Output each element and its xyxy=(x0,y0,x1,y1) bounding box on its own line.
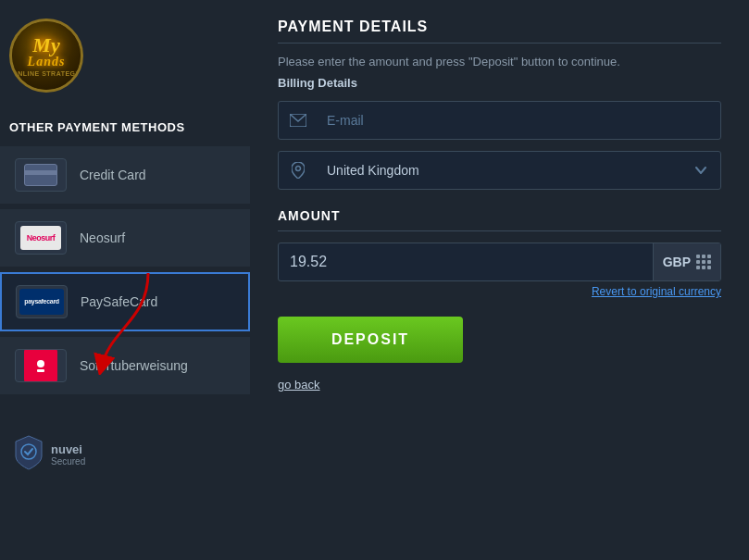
sidebar-item-paysafecard[interactable]: paysafecard PaySafeCard xyxy=(0,272,250,331)
svg-point-2 xyxy=(37,360,44,367)
chevron-down-icon xyxy=(681,167,720,174)
instruction-text: Please enter the amount and press "Depos… xyxy=(278,55,721,68)
sidebar: My Lands ONLINE STRATEGY OTHER PAYMENT M… xyxy=(0,9,250,502)
paysafe-icon-box: paysafecard xyxy=(16,285,68,318)
svg-rect-3 xyxy=(37,369,44,372)
country-select-row[interactable]: United Kingdom xyxy=(278,151,721,190)
amount-field[interactable] xyxy=(279,254,653,270)
sidebar-heading: OTHER PAYMENT METHODS xyxy=(0,111,250,143)
currency-grid-icon xyxy=(696,255,711,269)
credit-card-icon xyxy=(24,164,57,186)
email-icon xyxy=(279,114,318,127)
paysafe-icon: paysafecard xyxy=(19,289,64,315)
nuvei-secured: Secured xyxy=(51,456,85,467)
nuvei-text-block: nuvei Secured xyxy=(51,442,85,467)
nuvei-shield-icon xyxy=(14,434,44,471)
nuvei-name: nuvei xyxy=(51,442,85,456)
credit-card-icon-box xyxy=(15,158,67,192)
go-back-link[interactable]: go back xyxy=(278,378,320,392)
currency-box: GBP xyxy=(653,243,720,280)
email-input-row xyxy=(278,101,721,140)
logo-my: My xyxy=(32,35,59,56)
sidebar-item-neosurf[interactable]: Neosurf Neosurf xyxy=(0,209,250,267)
email-field[interactable] xyxy=(318,113,720,128)
nuvei-shield-container xyxy=(14,434,44,474)
amount-input-row: GBP xyxy=(278,243,721,281)
logo-subtitle: ONLINE STRATEGY xyxy=(12,70,80,77)
panel-title: PAYMENT DETAILS xyxy=(278,19,721,44)
neosurf-icon: Neosurf xyxy=(20,226,61,250)
sofort-icon-box xyxy=(15,349,67,382)
paysafe-label: PaySafeCard xyxy=(81,294,157,309)
nuvei-footer: nuvei Secured xyxy=(0,425,250,483)
billing-label: Billing Details xyxy=(278,76,721,90)
sofort-label: Sofortuberweisung xyxy=(80,358,188,373)
country-select[interactable]: United Kingdom xyxy=(318,163,681,178)
sidebar-item-credit-card[interactable]: Credit Card xyxy=(0,146,250,204)
currency-label: GBP xyxy=(663,255,691,269)
neosurf-label: Neosurf xyxy=(80,230,125,245)
location-icon xyxy=(279,162,318,179)
right-panel: PAYMENT DETAILS Please enter the amount … xyxy=(250,9,749,502)
sidebar-item-sofortuberweisung[interactable]: Sofortuberweisung xyxy=(0,337,250,394)
neosurf-icon-box: Neosurf xyxy=(15,221,67,255)
amount-title: AMOUNT xyxy=(278,208,721,231)
credit-card-label: Credit Card xyxy=(80,168,146,182)
logo-lands: Lands xyxy=(28,56,66,68)
logo: My Lands ONLINE STRATEGY xyxy=(9,19,83,93)
amount-section: AMOUNT GBP Revert to original currency xyxy=(278,208,721,392)
sofort-icon xyxy=(24,349,57,382)
logo-area: My Lands ONLINE STRATEGY xyxy=(0,9,250,111)
deposit-button[interactable]: DEPOSIT xyxy=(278,317,463,363)
revert-currency-link[interactable]: Revert to original currency xyxy=(278,285,721,298)
svg-point-6 xyxy=(296,167,301,171)
